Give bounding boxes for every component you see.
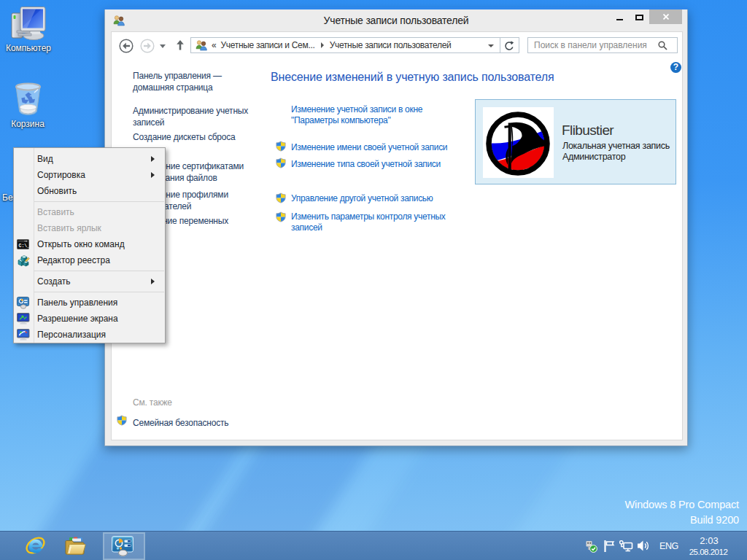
svg-text:C:\_: C:\_: [19, 244, 31, 249]
